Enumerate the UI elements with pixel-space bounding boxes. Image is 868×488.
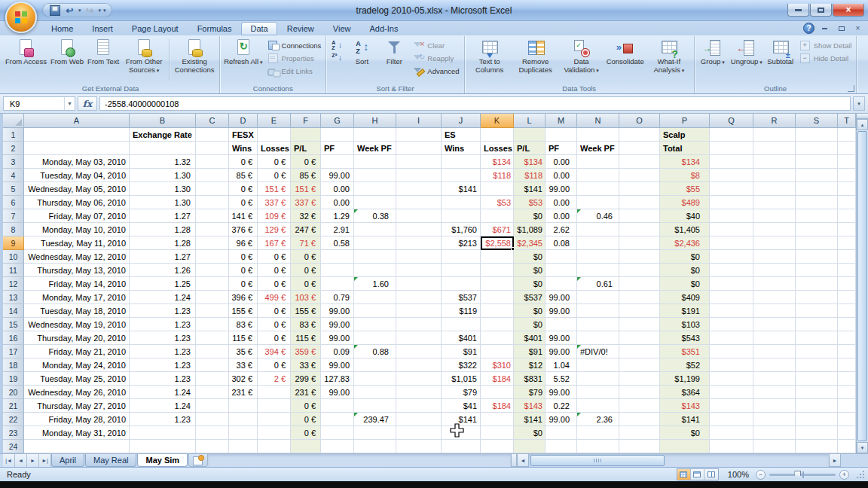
cell-K3[interactable]: $134 [481,155,514,169]
cell-G2[interactable]: PF [321,142,354,155]
cell-H4[interactable] [354,169,396,182]
cell-C5[interactable] [196,182,229,196]
cell-P18[interactable]: $52 [660,358,710,372]
cell-M14[interactable]: 99.00 [546,304,577,318]
cell-B14[interactable]: 1.23 [130,304,196,318]
cell-N12[interactable]: 0.61 [577,277,619,291]
cell-N9[interactable] [577,236,619,250]
cell-G12[interactable] [321,277,354,291]
undo-dropdown-icon[interactable]: ▾ [78,8,81,14]
cell-C21[interactable] [196,399,229,413]
cell-L22[interactable]: $141 [514,413,546,426]
cell-E20[interactable] [258,386,291,399]
cell-P5[interactable]: $55 [660,182,710,196]
cell-N16[interactable] [577,331,619,345]
cell-J16[interactable]: $401 [442,331,481,345]
cell-J9[interactable]: $213 [442,236,481,250]
cell-C17[interactable] [196,345,229,358]
cell-K18[interactable]: $310 [481,358,514,372]
cell-P20[interactable]: $364 [660,386,710,399]
cell-R13[interactable] [753,291,796,304]
ungroup-button[interactable]: Ungroup ▾ [729,37,764,84]
cell-N3[interactable] [577,155,619,169]
cell-Q15[interactable] [710,318,753,331]
cell-R9[interactable] [753,236,796,250]
cell-B12[interactable]: 1.25 [130,277,196,291]
help-icon[interactable]: ? [803,23,815,34]
cell-N7[interactable]: 0.46 [577,209,619,223]
cell-J10[interactable] [442,250,481,264]
cell-I2[interactable] [396,142,442,155]
cell-J17[interactable]: $91 [442,345,481,358]
cell-A2[interactable] [24,142,130,155]
scroll-left-icon[interactable]: ◄ [517,454,529,467]
cell-J19[interactable]: $1,015 [442,372,481,386]
cell-D15[interactable]: 83 € [229,318,258,331]
cell-B22[interactable]: 1.23 [130,413,196,426]
cell-O19[interactable] [619,372,660,386]
cell-S6[interactable] [796,196,838,209]
cell-E7[interactable]: 109 € [258,209,291,223]
cell-L20[interactable]: $79 [514,386,546,399]
previous-sheet-icon[interactable]: ◄ [15,454,27,467]
row-header-1[interactable]: 1 [3,128,24,142]
data-validation-button[interactable]: Data Validation ▾ [559,37,604,84]
cell-R20[interactable] [753,386,796,399]
advanced-button[interactable]: Advanced [411,65,461,77]
cell-K17[interactable] [481,345,514,358]
cell-H7[interactable]: 0.38 [354,209,396,223]
cell-E3[interactable]: 0 € [258,155,291,169]
cell-J13[interactable]: $537 [442,291,481,304]
row-header-7[interactable]: 7 [3,209,24,223]
row-header-9[interactable]: 9 [3,236,24,250]
column-header-Q[interactable]: Q [710,114,753,128]
cell-K16[interactable] [481,331,514,345]
name-box-dropdown-icon[interactable]: ▼ [64,97,75,110]
cell-S18[interactable] [796,358,838,372]
cell-I6[interactable] [396,196,442,209]
cell-B24[interactable] [130,440,196,453]
dialog-launcher-icon[interactable] [848,85,854,92]
cell-F15[interactable]: 83 € [291,318,321,331]
cell-I3[interactable] [396,155,442,169]
cell-L23[interactable]: $0 [514,426,546,440]
cell-C9[interactable] [196,236,229,250]
cell-C16[interactable] [196,331,229,345]
cell-D2[interactable]: Wins [229,142,258,155]
cell-E17[interactable]: 394 € [258,345,291,358]
cell-B21[interactable]: 1.24 [130,399,196,413]
cell-C3[interactable] [196,155,229,169]
cell-M16[interactable]: 99.00 [546,331,577,345]
cell-A4[interactable]: Tuesday, May 04, 2010 [24,169,130,182]
cell-P7[interactable]: $40 [660,209,710,223]
cell-C18[interactable] [196,358,229,372]
cell-G3[interactable] [321,155,354,169]
cell-R15[interactable] [753,318,796,331]
cell-D11[interactable]: 0 € [229,264,258,277]
workbook-restore-button[interactable] [835,23,848,34]
maximize-button[interactable] [810,4,832,17]
cell-A10[interactable]: Wednesday, May 12, 2010 [24,250,130,264]
cell-R4[interactable] [753,169,796,182]
cell-N23[interactable] [577,426,619,440]
cell-A15[interactable]: Wednesday, May 19, 2010 [24,318,130,331]
cell-F4[interactable]: 85 € [291,169,321,182]
cell-O1[interactable] [619,128,660,142]
page-break-view-button[interactable] [704,469,718,480]
cell-C23[interactable] [196,426,229,440]
cell-M18[interactable]: 1.04 [546,358,577,372]
cell-T23[interactable] [838,426,856,440]
column-header-A[interactable]: A [24,114,130,128]
cell-H20[interactable] [354,386,396,399]
cell-I17[interactable] [396,345,442,358]
cell-M24[interactable] [546,440,577,453]
cell-F9[interactable]: 71 € [291,236,321,250]
cell-A22[interactable]: Friday, May 28, 2010 [24,413,130,426]
cell-K2[interactable]: Losses [481,142,514,155]
column-header-F[interactable]: F [291,114,321,128]
cell-F20[interactable]: 231 € [291,386,321,399]
cell-I21[interactable] [396,399,442,413]
cell-K4[interactable]: $118 [481,169,514,182]
cell-P8[interactable]: $1,405 [660,223,710,236]
cell-M21[interactable]: 0.22 [546,399,577,413]
